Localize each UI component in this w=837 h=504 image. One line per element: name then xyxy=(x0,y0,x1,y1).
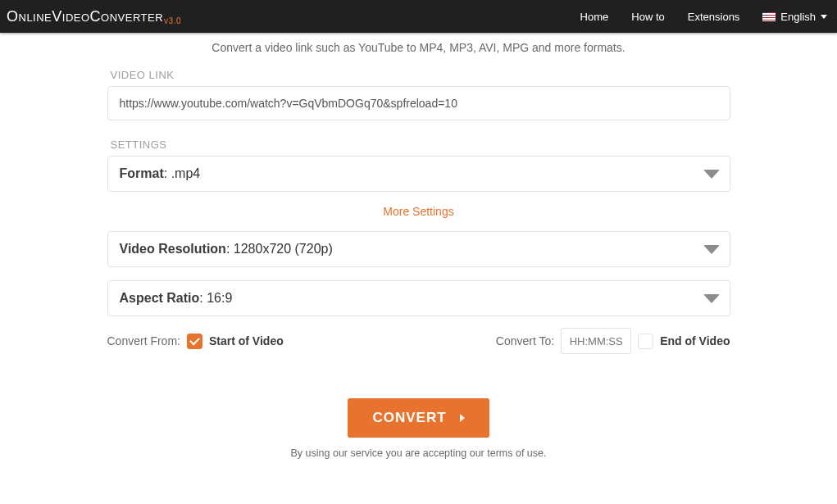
end-of-video-label: End of Video xyxy=(660,334,730,347)
settings-label: SETTINGS xyxy=(111,138,730,151)
video-link-label: VIDEO LINK xyxy=(111,69,730,81)
format-dropdown-label: Format: .mp4 xyxy=(120,166,201,181)
format-dropdown[interactable]: Format: .mp4 xyxy=(107,156,730,192)
chevron-down-icon xyxy=(703,170,720,179)
start-of-video-label: Start of Video xyxy=(209,334,284,347)
subtitle-suffix: such as YouTube to MP4, MP3, AVI, MPG an… xyxy=(312,41,625,54)
convert-range-row: Convert From: Start of Video Convert To:… xyxy=(107,328,730,354)
resolution-dropdown[interactable]: Video Resolution: 1280x720 (720p) xyxy=(107,231,730,267)
resolution-bold: Video Resolution xyxy=(120,242,226,256)
video-link-input[interactable] xyxy=(107,86,730,120)
resolution-dropdown-label: Video Resolution: 1280x720 (720p) xyxy=(120,242,333,257)
aspect-ratio-dropdown[interactable]: Aspect Ratio: 16:9 xyxy=(107,280,730,316)
convert-to-time-input[interactable] xyxy=(561,328,631,354)
end-of-video-checkbox[interactable] xyxy=(638,334,653,349)
aspect-rest: : 16:9 xyxy=(199,291,232,305)
language-switcher[interactable]: English xyxy=(762,11,827,23)
logo[interactable]: OnlineVideoConverter v3.0 xyxy=(7,8,181,25)
resolution-rest: : 1280x720 (720p) xyxy=(226,242,333,256)
nav-home[interactable]: Home xyxy=(580,11,609,23)
chevron-down-icon xyxy=(703,245,720,254)
main-panel: Convert a video link such as YouTube to … xyxy=(107,33,730,459)
language-label: English xyxy=(780,11,816,23)
logo-version: v3.0 xyxy=(164,16,181,25)
chevron-down-icon xyxy=(703,294,720,303)
aspect-bold: Aspect Ratio xyxy=(120,291,200,305)
subtitle: Convert a video link such as YouTube to … xyxy=(107,41,730,54)
convert-to-label: Convert To: xyxy=(496,334,554,347)
format-bold: Format xyxy=(120,166,164,180)
format-rest: : .mp4 xyxy=(164,166,200,180)
logo-text: OnlineVideoConverter xyxy=(7,8,163,25)
subtitle-link-word: link xyxy=(295,41,312,54)
convert-from-label: Convert From: xyxy=(107,334,180,347)
chevron-down-icon xyxy=(821,15,827,19)
convert-button[interactable]: CONVERT xyxy=(348,398,489,438)
start-of-video-checkbox[interactable] xyxy=(187,334,202,349)
flag-us-icon xyxy=(762,12,776,21)
app-header: OnlineVideoConverter v3.0 Home How to Ex… xyxy=(0,0,837,33)
convert-button-label: CONVERT xyxy=(372,410,446,426)
nav-howto[interactable]: How to xyxy=(631,11,664,23)
convert-from-group: Convert From: Start of Video xyxy=(107,334,284,349)
top-nav: Home How to Extensions English xyxy=(580,11,827,23)
arrow-right-icon xyxy=(460,414,465,422)
subtitle-prefix: Convert a video xyxy=(212,41,295,54)
terms-text: By using our service you are accepting o… xyxy=(107,447,730,459)
aspect-dropdown-label: Aspect Ratio: 16:9 xyxy=(120,291,233,306)
convert-to-group: Convert To: End of Video xyxy=(496,328,730,354)
more-settings-toggle[interactable]: More Settings xyxy=(107,205,730,218)
nav-extensions[interactable]: Extensions xyxy=(688,11,740,23)
